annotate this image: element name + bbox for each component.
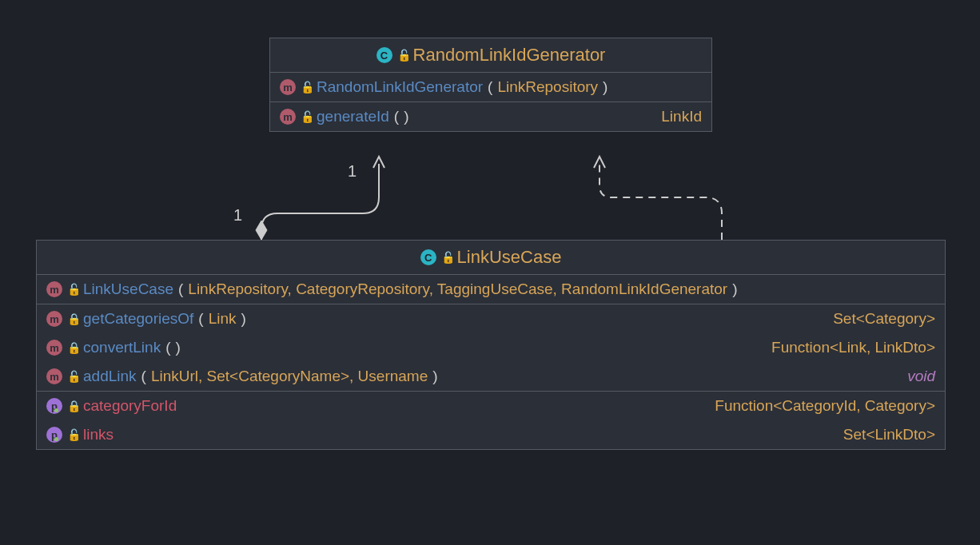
member-row: m 🔒 getCategoriesOf(Link) Set<Category> bbox=[37, 304, 945, 333]
params: LinkRepository, CategoryRepository, Tagg… bbox=[188, 280, 727, 298]
class-title: RandomLinkIdGenerator bbox=[413, 45, 606, 66]
paren: ) bbox=[176, 339, 181, 356]
visibility-icon: 🔓 bbox=[301, 110, 312, 123]
member-name: getCategoriesOf bbox=[83, 310, 193, 328]
member-name: convertLink bbox=[83, 339, 161, 356]
class-icon: C bbox=[376, 47, 392, 63]
member-name: links bbox=[83, 426, 114, 444]
paren: ) bbox=[241, 310, 246, 328]
return-type: Function<Link, LinkDto> bbox=[771, 339, 935, 356]
return-type: Set<LinkDto> bbox=[843, 426, 935, 444]
visibility-icon: 🔓 bbox=[67, 428, 78, 441]
paren: ) bbox=[432, 368, 437, 385]
member-row: m 🔓 generateId() LinkId bbox=[270, 102, 711, 131]
member-name: RandomLinkIdGenerator bbox=[317, 78, 483, 96]
method-icon: m bbox=[46, 311, 62, 327]
return-type: Set<Category> bbox=[833, 310, 935, 328]
params: Link bbox=[209, 310, 237, 328]
paren: ( bbox=[394, 108, 399, 125]
member-name: categoryForId bbox=[83, 397, 177, 415]
params: LinkRepository bbox=[497, 78, 598, 96]
paren: ( bbox=[165, 339, 170, 356]
dot-icon bbox=[54, 437, 58, 441]
class-icon: C bbox=[420, 249, 436, 265]
visibility-icon: 🔓 bbox=[397, 49, 408, 62]
member-row: m 🔒 convertLink() Function<Link, LinkDto… bbox=[37, 333, 945, 362]
member-row: m 🔓 LinkUseCase(LinkRepository, Category… bbox=[37, 275, 945, 304]
member-row: m 🔓 addLink(LinkUrl, Set<CategoryName>, … bbox=[37, 362, 945, 391]
multiplicity-label: 1 bbox=[233, 206, 242, 225]
member-row: p 🔓 links Set<LinkDto> bbox=[37, 420, 945, 449]
class-section: m 🔒 getCategoriesOf(Link) Set<Category> … bbox=[37, 304, 945, 392]
member-row: p 🔒 categoryForId Function<CategoryId, C… bbox=[37, 392, 945, 420]
member-row: m 🔓 RandomLinkIdGenerator(LinkRepository… bbox=[270, 73, 711, 101]
visibility-icon: 🔓 bbox=[301, 81, 312, 93]
paren: ( bbox=[198, 310, 203, 328]
method-icon: m bbox=[280, 109, 296, 125]
method-icon: m bbox=[46, 368, 62, 384]
class-box-linkusecase: C 🔓 LinkUseCase m 🔓 LinkUseCase(LinkRepo… bbox=[36, 240, 946, 450]
method-icon: m bbox=[46, 340, 62, 356]
class-section: m 🔓 LinkUseCase(LinkRepository, Category… bbox=[37, 275, 945, 304]
method-icon: m bbox=[46, 281, 62, 297]
visibility-icon: 🔒 bbox=[67, 312, 78, 325]
paren: ( bbox=[488, 78, 492, 96]
member-name: LinkUseCase bbox=[83, 280, 173, 298]
class-section: p 🔒 categoryForId Function<CategoryId, C… bbox=[37, 392, 945, 449]
class-header: C 🔓 LinkUseCase bbox=[37, 241, 945, 275]
class-header: C 🔓 RandomLinkIdGenerator bbox=[270, 38, 711, 73]
paren: ) bbox=[732, 280, 737, 298]
class-section: m 🔓 generateId() LinkId bbox=[270, 102, 711, 131]
paren: ) bbox=[603, 78, 608, 96]
return-type: LinkId bbox=[661, 108, 702, 125]
member-name: addLink bbox=[83, 368, 137, 385]
class-title: LinkUseCase bbox=[457, 247, 562, 268]
paren: ) bbox=[404, 108, 408, 125]
visibility-icon: 🔓 bbox=[67, 370, 78, 383]
paren: ( bbox=[178, 280, 183, 298]
visibility-icon: 🔓 bbox=[441, 251, 452, 264]
return-type: Function<CategoryId, Category> bbox=[715, 397, 935, 415]
multiplicity-label: 1 bbox=[348, 162, 357, 181]
member-name: generateId bbox=[317, 108, 389, 125]
visibility-icon: 🔒 bbox=[67, 341, 78, 354]
visibility-icon: 🔒 bbox=[67, 400, 78, 412]
method-icon: m bbox=[280, 79, 296, 95]
return-type: void bbox=[907, 368, 935, 385]
class-section: m 🔓 RandomLinkIdGenerator(LinkRepository… bbox=[270, 73, 711, 102]
class-box-randomlinkidgenerator: C 🔓 RandomLinkIdGenerator m 🔓 RandomLink… bbox=[269, 38, 712, 132]
params: LinkUrl, Set<CategoryName>, Username bbox=[151, 368, 428, 385]
visibility-icon: 🔓 bbox=[67, 283, 78, 296]
paren: ( bbox=[141, 368, 146, 385]
dot-icon bbox=[54, 408, 58, 412]
